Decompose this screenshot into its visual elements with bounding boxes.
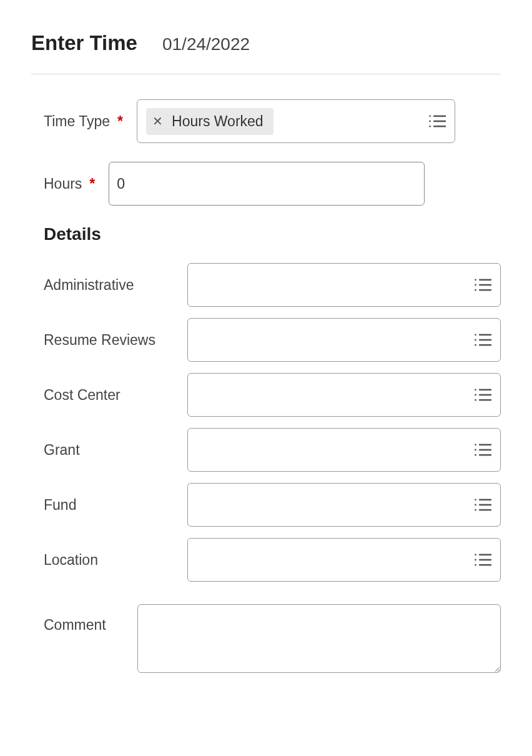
list-icon[interactable] [474, 332, 491, 347]
list-icon[interactable] [474, 497, 491, 512]
svg-point-30 [475, 499, 476, 500]
svg-point-0 [429, 115, 431, 117]
svg-point-8 [475, 289, 476, 291]
resume-reviews-field: Resume Reviews [31, 318, 501, 362]
list-icon[interactable] [474, 552, 491, 567]
list-icon[interactable] [474, 277, 491, 292]
grant-picker[interactable] [187, 428, 501, 472]
comment-textarea[interactable] [137, 604, 501, 673]
fund-label: Fund [44, 497, 187, 514]
comment-label: Comment [44, 617, 137, 634]
svg-point-38 [475, 564, 476, 566]
svg-point-1 [429, 121, 431, 122]
svg-point-20 [475, 399, 476, 401]
required-asterisk: * [89, 176, 95, 192]
time-type-label: Time Type [44, 113, 110, 130]
comment-field: Comment [31, 604, 501, 673]
svg-point-26 [475, 454, 476, 456]
svg-point-2 [429, 126, 431, 127]
svg-point-31 [475, 504, 476, 506]
svg-point-32 [475, 509, 476, 511]
svg-point-37 [475, 559, 476, 561]
grant-label: Grant [44, 442, 187, 459]
svg-point-6 [475, 279, 476, 281]
svg-point-7 [475, 284, 476, 286]
svg-point-18 [475, 389, 476, 390]
svg-point-19 [475, 394, 476, 396]
administrative-label: Administrative [44, 277, 187, 294]
grant-field: Grant [31, 428, 501, 472]
list-icon[interactable] [474, 387, 491, 402]
fund-picker[interactable] [187, 483, 501, 527]
administrative-picker[interactable] [187, 263, 501, 307]
time-type-chip: ✕ Hours Worked [146, 108, 273, 135]
details-heading: Details [44, 224, 501, 244]
location-field: Location [31, 538, 501, 582]
administrative-field: Administrative [31, 263, 501, 307]
header: Enter Time 01/24/2022 [31, 31, 501, 55]
cost-center-label: Cost Center [44, 387, 187, 404]
hours-input[interactable] [109, 162, 425, 206]
cost-center-picker[interactable] [187, 373, 501, 417]
svg-point-36 [475, 554, 476, 555]
required-asterisk: * [117, 113, 123, 130]
chip-remove-icon[interactable]: ✕ [152, 114, 163, 129]
time-type-picker[interactable]: ✕ Hours Worked [137, 99, 455, 143]
location-picker[interactable] [187, 538, 501, 582]
list-icon[interactable] [474, 442, 491, 457]
cost-center-field: Cost Center [31, 373, 501, 417]
svg-point-24 [475, 444, 476, 445]
date-value: 01/24/2022 [162, 34, 250, 54]
svg-point-14 [475, 344, 476, 346]
svg-point-25 [475, 449, 476, 451]
time-type-field: Time Type * ✕ Hours Worked [31, 99, 501, 143]
list-icon[interactable] [428, 114, 446, 129]
resume-reviews-picker[interactable] [187, 318, 501, 362]
hours-label: Hours [44, 176, 82, 192]
hours-field: Hours * [31, 162, 501, 206]
fund-field: Fund [31, 483, 501, 527]
svg-point-12 [475, 334, 476, 336]
resume-reviews-label: Resume Reviews [44, 332, 187, 349]
location-label: Location [44, 552, 187, 569]
svg-point-13 [475, 339, 476, 341]
page-title: Enter Time [31, 31, 137, 55]
divider [31, 74, 501, 74]
chip-label: Hours Worked [172, 113, 264, 130]
